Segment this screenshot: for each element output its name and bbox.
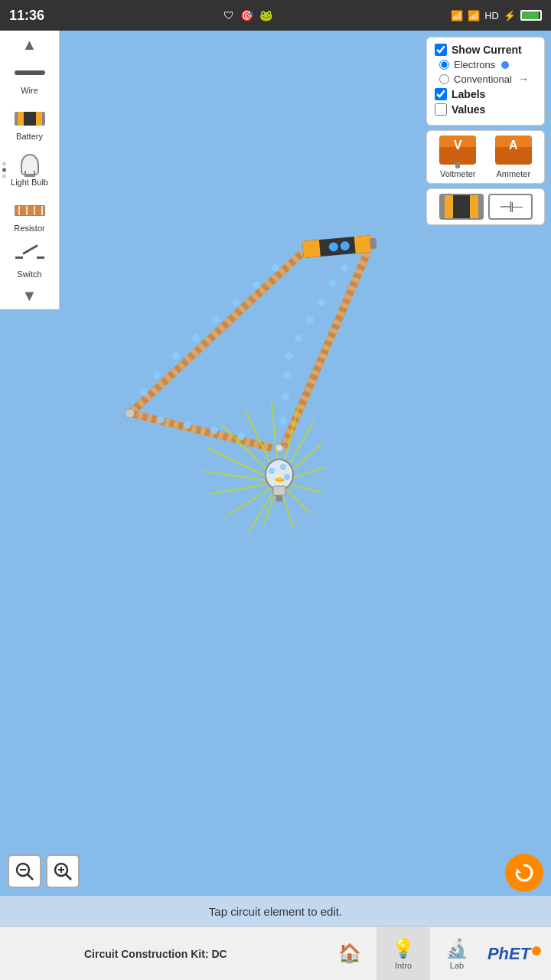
svg-line-14	[130, 253, 302, 413]
svg-line-66	[66, 874, 71, 880]
svg-point-58	[280, 464, 286, 470]
svg-point-54	[266, 459, 293, 490]
show-current-row: Show Current	[435, 44, 536, 56]
scroll-dot-1	[2, 162, 6, 166]
svg-rect-55	[273, 486, 285, 495]
zoom-out-button[interactable]	[8, 854, 41, 888]
svg-marker-69	[517, 868, 521, 873]
voltmeter-label: Voltmeter	[440, 169, 475, 178]
svg-rect-33	[302, 240, 321, 258]
svg-line-49	[279, 444, 321, 482]
charging-icon: ⚡	[504, 10, 516, 21]
ammeter-label: Ammeter	[496, 169, 530, 178]
svg-point-5	[341, 264, 348, 272]
svg-point-57	[269, 468, 275, 474]
lab-button[interactable]: 🔬 Lab	[430, 927, 484, 981]
svg-line-48	[279, 421, 314, 482]
labels-row: Labels	[435, 88, 536, 100]
svg-point-22	[153, 371, 161, 379]
svg-line-44	[222, 425, 279, 482]
svg-rect-34	[354, 235, 373, 253]
show-current-checkbox[interactable]	[435, 44, 447, 56]
sidebar-item-switch[interactable]: Switch	[0, 239, 59, 285]
svg-line-50	[279, 467, 325, 482]
svg-point-6	[329, 279, 337, 287]
conventional-radio[interactable]	[439, 74, 449, 84]
svg-point-36	[340, 241, 350, 251]
svg-line-46	[272, 402, 279, 482]
status-message: Tap circuit element to edit.	[209, 905, 342, 918]
status-message-bar: Tap circuit element to edit.	[0, 896, 551, 926]
phet-text: PhET	[487, 944, 530, 964]
scroll-dot-3	[2, 175, 6, 178]
svg-line-42	[203, 471, 279, 482]
values-label: Values	[452, 103, 485, 116]
voltmeter-item[interactable]: Voltmeter	[435, 136, 481, 178]
conventional-row: Conventional →	[439, 73, 536, 85]
svg-point-35	[328, 242, 338, 252]
svg-line-41	[210, 482, 279, 494]
svg-point-31	[126, 410, 134, 417]
svg-line-45	[245, 410, 279, 482]
ammeter-item[interactable]: Ammeter	[491, 136, 536, 178]
show-current-panel: Show Current Electrons Conventional → La…	[426, 37, 545, 126]
svg-point-18	[232, 299, 240, 306]
battery-fill	[522, 11, 539, 19]
svg-line-24	[130, 413, 272, 448]
switch-label: Switch	[17, 270, 41, 279]
battery-tool-button[interactable]	[439, 194, 484, 220]
svg-point-16	[272, 264, 279, 272]
svg-point-21	[172, 352, 180, 360]
svg-line-25	[130, 413, 272, 448]
electrons-radio[interactable]	[439, 60, 449, 70]
svg-line-3	[283, 253, 367, 448]
sidebar-item-resistor[interactable]: Resistor	[0, 193, 59, 239]
svg-point-28	[210, 426, 218, 434]
home-button[interactable]: 🏠	[323, 927, 377, 981]
electrons-row: Electrons	[439, 59, 536, 70]
phet-dot-icon	[532, 946, 541, 956]
signal-icon: 📶	[468, 10, 480, 21]
component-sidebar: ▲ Wire Battery Light Bulb Resistor	[0, 31, 60, 309]
home-icon: 🏠	[338, 942, 361, 964]
sidebar-item-battery[interactable]: Battery	[0, 101, 59, 147]
lab-icon: 🔬	[445, 938, 468, 959]
sidebar-item-wire[interactable]: Wire	[0, 55, 59, 101]
wire-tool-button[interactable]: ⊣⊢	[488, 194, 533, 220]
scroll-up-button[interactable]: ▲	[15, 34, 45, 55]
svg-line-15	[130, 253, 302, 413]
svg-point-29	[237, 433, 245, 440]
light-bulb-icon	[13, 153, 47, 176]
svg-point-59	[284, 474, 290, 480]
intro-icon: 💡	[392, 938, 415, 959]
svg-line-39	[249, 482, 279, 532]
conventional-arrow-icon: →	[518, 73, 529, 85]
values-row: Values	[435, 103, 536, 116]
sidebar-item-light-bulb[interactable]: Light Bulb	[0, 147, 59, 193]
svg-point-60	[273, 442, 285, 454]
time-display: 11:36	[9, 8, 44, 24]
values-checkbox[interactable]	[435, 103, 447, 116]
battery-label: Battery	[16, 132, 43, 141]
right-control-panel: Show Current Electrons Conventional → La…	[426, 37, 545, 225]
show-current-label: Show Current	[452, 44, 522, 56]
intro-button[interactable]: 💡 Intro	[377, 927, 430, 981]
scroll-down-button[interactable]: ▼	[15, 285, 45, 306]
svg-line-53	[279, 482, 293, 528]
left-status-icons: 🛡 🎯 🐸	[223, 9, 272, 21]
electron-dot-icon	[501, 61, 509, 69]
svg-point-61	[276, 445, 282, 451]
battery-indicator	[520, 10, 542, 21]
lab-label: Lab	[450, 961, 464, 970]
svg-line-38	[264, 482, 279, 524]
frog-icon: 🐸	[259, 9, 272, 21]
intro-label: Intro	[395, 961, 412, 970]
svg-point-17	[253, 281, 260, 289]
svg-point-26	[157, 416, 165, 423]
reset-button[interactable]	[505, 854, 543, 892]
labels-checkbox[interactable]	[435, 88, 447, 100]
svg-point-11	[283, 371, 291, 379]
zoom-in-button[interactable]	[46, 854, 80, 888]
svg-line-47	[279, 406, 298, 482]
resistor-label: Resistor	[14, 224, 44, 233]
